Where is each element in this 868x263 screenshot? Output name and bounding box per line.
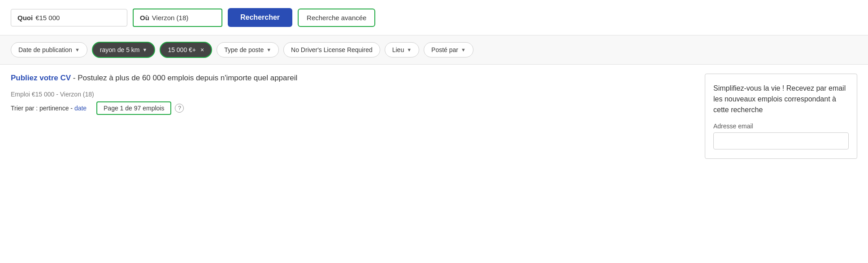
quoi-value: €15 000 (35, 14, 60, 22)
email-box-title: Simplifiez-vous la vie ! Recevez par ema… (713, 83, 849, 115)
filter-salaire-label: 15 000 €+ (168, 46, 196, 53)
filter-date-publication[interactable]: Date de publication ▼ (11, 42, 87, 57)
filter-date-label: Date de publication (18, 46, 72, 53)
pagination-badge: Page 1 de 97 emplois (96, 101, 171, 115)
filter-lieu-label: Lieu (392, 46, 404, 53)
chevron-down-icon: ▼ (266, 47, 271, 53)
chevron-down-icon: ▼ (407, 47, 412, 53)
filter-bar: Date de publication ▼ rayon de 5 km ▼ 15… (0, 35, 868, 65)
filter-rayon[interactable]: rayon de 5 km ▼ (92, 42, 156, 58)
search-bar: Quoi €15 000 Où Vierzon (18) Rechercher … (0, 0, 868, 35)
email-box: Simplifiez-vous la vie ! Recevez par ema… (705, 74, 857, 159)
search-meta: Emploi €15 000 - Vierzon (18) (11, 91, 690, 98)
filter-no-license-label: No Driver's License Required (291, 46, 373, 53)
sort-pertinence: pertinence (39, 105, 69, 112)
filter-type-poste-label: Type de poste (224, 46, 264, 53)
pagination-wrapper: Page 1 de 97 emplois ? (96, 101, 184, 115)
chevron-down-icon: ▼ (142, 47, 147, 53)
main-content: Publiez votre CV - Postulez à plus de 60… (0, 65, 868, 168)
cv-promo: Publiez votre CV - Postulez à plus de 60… (11, 74, 690, 83)
chevron-down-icon: ▼ (461, 47, 466, 53)
cv-promo-link[interactable]: Publiez votre CV (11, 74, 71, 82)
ou-label: Où (140, 14, 149, 22)
cv-promo-description: - Postulez à plus de 60 000 emplois depu… (71, 74, 297, 82)
filter-rayon-label: rayon de 5 km (100, 46, 140, 53)
filter-poste-par[interactable]: Posté par ▼ (424, 42, 473, 57)
filter-type-poste[interactable]: Type de poste ▼ (217, 42, 279, 57)
email-label: Adresse email (713, 123, 849, 130)
filter-no-license[interactable]: No Driver's License Required (283, 42, 380, 57)
filter-poste-par-label: Posté par (431, 46, 458, 53)
filter-lieu[interactable]: Lieu ▼ (385, 42, 419, 57)
sort-line: Trier par : pertinence - date Page 1 de … (11, 101, 690, 115)
ou-value: Vierzon (18) (152, 14, 188, 22)
left-panel: Publiez votre CV - Postulez à plus de 60… (11, 74, 690, 159)
sort-label: Trier par : (11, 105, 39, 112)
ou-input-wrapper[interactable]: Où Vierzon (18) (133, 9, 222, 27)
sort-date-link[interactable]: date (74, 105, 87, 112)
email-input[interactable] (713, 132, 849, 149)
rechercher-button[interactable]: Rechercher (228, 8, 292, 27)
quoi-input-wrapper[interactable]: Quoi €15 000 (11, 9, 127, 26)
close-icon[interactable]: × (200, 46, 204, 53)
chevron-down-icon: ▼ (75, 47, 80, 53)
right-panel: Simplifiez-vous la vie ! Recevez par ema… (705, 74, 857, 159)
help-icon[interactable]: ? (175, 104, 184, 113)
recherche-avancee-button[interactable]: Recherche avancée (298, 9, 375, 27)
filter-salaire[interactable]: 15 000 €+ × (160, 42, 212, 58)
sort-separator: - (69, 105, 74, 112)
quoi-label: Quoi (17, 14, 33, 22)
